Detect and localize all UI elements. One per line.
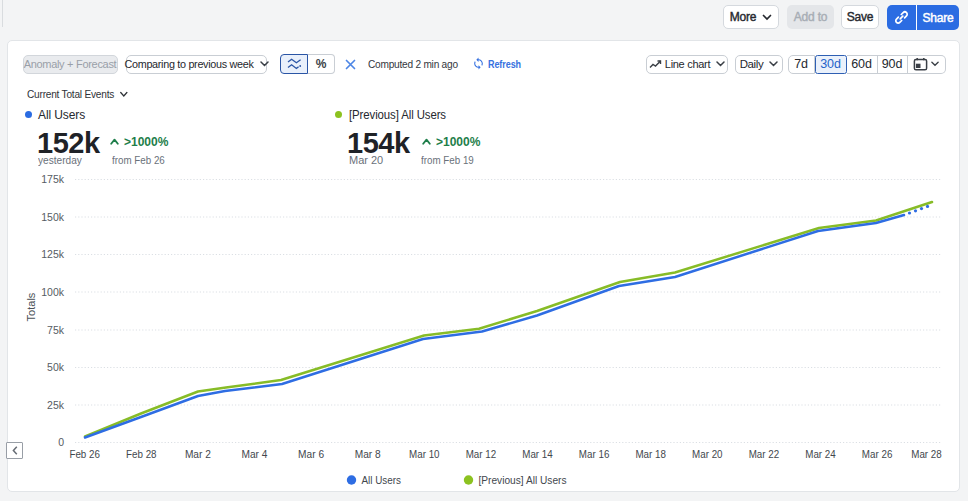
svg-text:Feb 26: Feb 26 (69, 448, 100, 460)
svg-text:Totals: Totals (25, 292, 37, 321)
svg-text:Mar 28: Mar 28 (911, 448, 942, 460)
svg-text:Mar 18: Mar 18 (635, 448, 666, 460)
svg-text:100k: 100k (41, 286, 65, 298)
svg-text:25k: 25k (47, 399, 65, 411)
svg-text:Mar 16: Mar 16 (579, 448, 610, 460)
svg-text:75k: 75k (47, 324, 65, 336)
svg-text:Mar 24: Mar 24 (805, 448, 836, 460)
svg-text:Mar 4: Mar 4 (242, 448, 268, 460)
svg-text:Feb 28: Feb 28 (126, 448, 157, 460)
svg-text:Mar 26: Mar 26 (862, 448, 893, 460)
svg-text:Mar 22: Mar 22 (749, 448, 780, 460)
svg-text:175k: 175k (41, 173, 65, 185)
svg-text:[Previous] All Users: [Previous] All Users (479, 474, 567, 486)
svg-text:Mar 8: Mar 8 (355, 448, 381, 460)
svg-text:Mar 20: Mar 20 (692, 448, 723, 460)
svg-text:All Users: All Users (362, 474, 402, 486)
svg-text:125k: 125k (41, 248, 65, 260)
svg-text:0: 0 (58, 436, 64, 448)
svg-text:Mar 12: Mar 12 (466, 448, 497, 460)
svg-text:Mar 14: Mar 14 (522, 448, 553, 460)
svg-text:Mar 10: Mar 10 (409, 448, 440, 460)
svg-text:50k: 50k (47, 361, 65, 373)
svg-text:Mar 6: Mar 6 (298, 448, 324, 460)
svg-text:Mar 2: Mar 2 (185, 448, 211, 460)
svg-text:150k: 150k (41, 211, 65, 223)
